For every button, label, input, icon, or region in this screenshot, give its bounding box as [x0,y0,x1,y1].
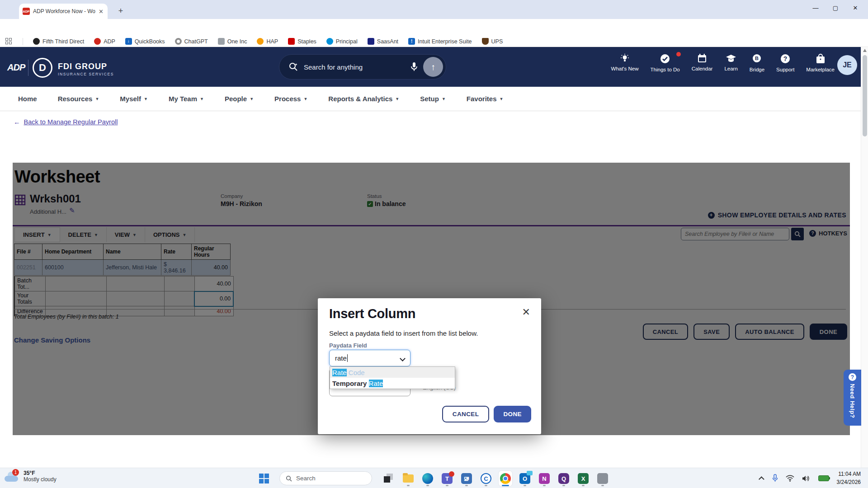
question-circle-icon: ? [849,373,856,381]
bookmark-fifth-third[interactable]: Fifth Third Direct [33,38,84,45]
bookmark-intuit[interactable]: !Intuit Enterprise Suite [408,38,472,45]
brand-tagline: INSURANCE SERVICES [58,72,114,76]
page-scrollbar[interactable] [861,47,868,468]
notification-badge [676,52,681,56]
wifi-icon[interactable] [786,475,794,482]
chevron-down-icon[interactable] [400,356,406,361]
scrollbar-thumb[interactable] [863,55,867,136]
windows-taskbar: 1 35°F Mostly cloudy Search T 🖳 C O N Q … [0,468,868,488]
maximize-button[interactable]: ▢ [826,0,845,15]
nav-my-team[interactable]: My Team▼ [169,95,204,103]
whats-new-button[interactable]: What's New [611,53,639,71]
minimize-button[interactable]: — [806,0,826,15]
speaker-icon[interactable] [802,475,811,482]
chevron-down-icon: ▼ [500,97,504,101]
chrome-button-active[interactable] [499,471,512,486]
hap-favicon [257,38,264,45]
teams-button[interactable]: T [440,471,454,486]
adp-header: ADP D FDI GROUP INSURANCE SERVICES Searc… [0,47,861,87]
teams-icon: T [442,473,453,484]
modal-title: Insert Column [329,306,415,321]
global-search-bar[interactable]: Search for anything ↑ [279,54,446,80]
svg-text:B: B [755,56,759,61]
calculator-icon [597,473,608,484]
tray-clock[interactable]: 11:04 AM 3/24/2026 [837,470,861,486]
scroll-up-arrow[interactable] [863,49,867,52]
intuit-favicon: ! [408,38,415,45]
cognos-button[interactable]: C [479,471,493,486]
option-temporary-rate[interactable]: Temporary Rate [330,378,455,389]
back-to-manage-payroll-link[interactable]: ←Back to Manage Regular Payroll [14,118,118,126]
modal-cancel-button[interactable]: CANCEL [442,406,490,422]
option-rate-code[interactable]: Rate Code [330,367,455,378]
outlook-button[interactable]: O [518,471,532,486]
bookmark-hap[interactable]: HAP [257,38,278,45]
battery-icon[interactable] [818,475,829,481]
chevron-down-icon: ▼ [395,97,399,101]
file-explorer-button[interactable] [401,471,415,486]
nav-setup[interactable]: Setup▼ [420,95,446,103]
bridge-button[interactable]: B Bridge [750,53,764,72]
tab-close-icon[interactable]: ✕ [99,8,104,15]
search-submit-icon[interactable]: ↑ [423,57,443,77]
excel-button[interactable]: X [576,471,590,486]
weather-temp: 35°F [24,470,57,476]
adp-logo[interactable]: ADP [7,62,25,73]
support-button[interactable]: ? Support [776,53,794,72]
weather-widget[interactable]: 1 35°F Mostly cloudy [5,470,57,483]
bookmark-saasant[interactable]: SaasAnt [368,38,398,45]
cloud-icon: 1 [5,471,20,482]
mic-icon[interactable] [410,62,418,72]
quickbooks-time-button[interactable]: Q [557,471,571,486]
calculator-button[interactable] [596,471,609,486]
new-tab-button[interactable]: + [115,5,127,17]
bookmark-one-inc[interactable]: One Inc [218,38,247,45]
excel-icon: X [578,473,589,484]
onenote-button[interactable]: N [538,471,551,486]
taskbar-search[interactable]: Search [279,471,372,485]
remote-desktop-button[interactable]: 🖳 [460,471,473,486]
onenote-icon: N [539,473,550,484]
chevron-down-icon: ▼ [200,97,204,101]
nav-reports-analytics[interactable]: Reports & Analytics▼ [328,95,399,103]
marketplace-button[interactable]: Marketplace [806,53,835,72]
mic-tray-icon[interactable] [772,474,778,483]
task-view-button[interactable] [382,471,396,486]
modal-done-button[interactable]: DONE [494,406,531,422]
nav-process[interactable]: Process▼ [274,95,307,103]
need-help-tab[interactable]: ? Need Help? [844,370,861,426]
bookmark-principal[interactable]: Principal [326,38,358,45]
bookmark-staples[interactable]: Staples [288,38,316,45]
learn-button[interactable]: Learn [724,53,737,71]
bookmark-chatgpt[interactable]: ChatGPT [175,38,208,45]
bookmark-adp[interactable]: ADP [94,38,115,45]
paydata-dropdown-list: Rate Code Temporary Rate [330,366,455,389]
quickbooks-favicon: ↓ [125,38,132,45]
bookmark-quickbooks[interactable]: ↓QuickBooks [125,38,165,45]
paydata-field-combobox[interactable]: rate [329,350,410,366]
lightbulb-icon [620,53,630,63]
nav-myself[interactable]: Myself▼ [120,95,148,103]
edge-icon [422,473,433,484]
tray-expand-icon[interactable] [759,476,764,482]
bookmark-ups[interactable]: UPS [482,38,503,45]
close-button[interactable]: ✕ [845,0,865,15]
c-circle-icon: C [481,473,491,484]
one-inc-favicon [218,38,225,45]
staples-favicon [288,38,295,45]
edge-button[interactable] [421,471,434,486]
nav-favorites[interactable]: Favorites▼ [467,95,504,103]
nav-resources[interactable]: Resources▼ [58,95,99,103]
fdi-logo-icon: D [33,58,52,78]
apps-grid-icon[interactable] [5,38,13,45]
nav-home[interactable]: Home [18,95,37,103]
browser-tab[interactable]: ADP ADP Workforce Now - Workshe ✕ [19,4,108,19]
search-icon [286,475,292,482]
close-icon[interactable]: ✕ [522,306,530,318]
nav-people[interactable]: People▼ [225,95,254,103]
things-to-do-button[interactable]: Things to Do [651,53,680,72]
start-button[interactable] [259,474,269,483]
user-avatar[interactable]: JE [837,55,857,75]
calendar-button[interactable]: Calendar [692,53,713,71]
fifth-third-favicon [33,38,40,45]
